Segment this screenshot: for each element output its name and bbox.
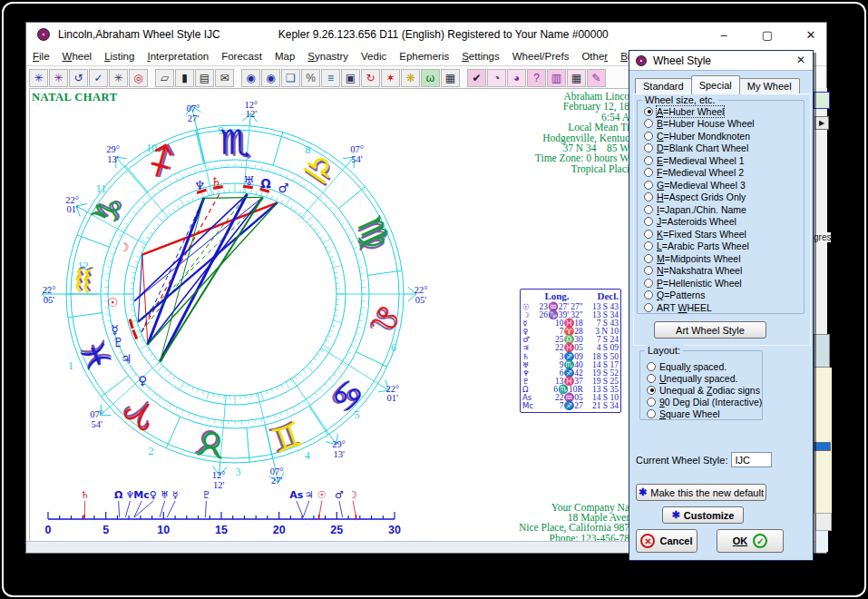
menu-ephemeris[interactable]: Ephemeris <box>393 51 455 62</box>
radio-icon <box>647 362 656 371</box>
customize-button[interactable]: ✱Customize <box>662 506 744 524</box>
positions-table: Long.Decl.☉23♒27' 27"13 S 43☽26♑39' 32"1… <box>520 289 621 413</box>
background-green-box <box>814 92 830 109</box>
svg-text:☽: ☽ <box>119 240 130 254</box>
mail-icon[interactable]: ✉ <box>215 69 234 87</box>
make-default-button[interactable]: ✱Make this the new default <box>636 484 766 501</box>
crosshair-icon[interactable]: ◎ <box>129 69 148 87</box>
wheel-doc2-icon[interactable]: ◉ <box>261 69 280 87</box>
tab-special[interactable]: Special <box>691 75 740 94</box>
radio-icon <box>644 107 653 116</box>
new-chart-icon[interactable]: ▱ <box>155 69 174 87</box>
copies-icon[interactable]: ▣ <box>341 69 360 87</box>
menu-synastry[interactable]: Synastry <box>301 51 355 62</box>
menu-wheelprefs[interactable]: Wheel/Prefs <box>506 51 576 62</box>
wheel-option-m[interactable]: M=Midpoints Wheel <box>644 252 741 264</box>
layout-option-90-deg-dial-interactive-[interactable]: 90 Deg Dial (Interactive) <box>647 397 762 408</box>
layout-option-equally-spaced-[interactable]: Equally spaced. <box>647 360 727 372</box>
print-icon[interactable]: ▤ <box>195 69 214 87</box>
grid-ball-icon[interactable]: ❋ <box>401 69 420 87</box>
menu-map[interactable]: Map <box>268 51 301 62</box>
wheel-option-j[interactable]: J=Asteroids Wheel <box>644 216 736 228</box>
screen: Lincoln,Abraham Wheel Style IJC Kepler 9… <box>0 0 868 599</box>
wheel-option-b[interactable]: B=Huber House Wheel <box>644 118 755 130</box>
table-icon[interactable]: ▥ <box>547 69 566 87</box>
search-person-icon[interactable]: ✎ <box>587 69 606 87</box>
close-button[interactable]: ✕ <box>801 28 821 42</box>
biwheel-icon[interactable]: ✳ <box>49 69 68 87</box>
menu-forecast[interactable]: Forecast <box>215 51 268 62</box>
dialog-close-icon[interactable]: ✕ <box>796 54 805 66</box>
natal-wheel-icon[interactable]: ✳ <box>29 69 48 87</box>
aspect-lines-icon[interactable]: ✶ <box>381 69 400 87</box>
cancel-button[interactable]: ✕Cancel <box>636 529 697 553</box>
wheel-option-i[interactable]: I=Japan./Chin. Name <box>644 203 746 215</box>
menu-settings[interactable]: Settings <box>455 51 506 62</box>
svg-text:☉: ☉ <box>317 489 327 501</box>
radio-label: K=Fixed Stars Wheel <box>657 229 746 240</box>
calendar2-icon[interactable]: ▦ <box>567 69 586 87</box>
notes-icon[interactable]: ? <box>527 69 546 87</box>
layout-option-unequal-zodiac-signs[interactable]: Unequal & Zodiac signs <box>647 384 760 396</box>
layout-option-square-wheel[interactable]: Square Wheel <box>647 408 720 420</box>
minimize-button[interactable]: – <box>714 28 734 42</box>
om-icon[interactable]: ω <box>421 69 440 87</box>
check-icon[interactable]: ✔ <box>467 69 486 87</box>
maximize-button[interactable]: ▢ <box>757 28 777 42</box>
clocks-icon[interactable]: ◕ <box>507 69 526 87</box>
wheel-option-f[interactable]: F=Medieval Wheel 2 <box>644 167 744 179</box>
art-wheel-style-button[interactable]: Art Wheel Style <box>654 321 766 339</box>
radio-icon <box>647 409 656 418</box>
pages-icon[interactable]: ❏ <box>281 69 300 87</box>
wheel-option-c[interactable]: C=Huber Mondknoten <box>644 130 750 142</box>
wheel-size-group-label: Wheel size, etc. <box>642 94 718 105</box>
wheel-option-art-wheel[interactable]: ART WHEEL <box>644 301 712 313</box>
svg-text:♂: ♂ <box>278 181 288 195</box>
svg-text:22°05': 22°05' <box>414 285 428 305</box>
ok-button[interactable]: OK✓ <box>717 529 784 553</box>
svg-text:07°54': 07°54' <box>90 409 103 429</box>
wheel-option-g[interactable]: G=Medieval Wheel 3 <box>644 179 746 191</box>
wheel-select-icon[interactable]: ✓ <box>89 69 108 87</box>
wheel-option-q[interactable]: Q=Patterns <box>644 290 705 301</box>
company-info-line: Nice Place, California 987 <box>357 523 629 533</box>
svg-text:07°27': 07°27' <box>270 466 284 486</box>
rotate-red-icon[interactable]: ↻ <box>361 69 380 87</box>
wheel-option-k[interactable]: K=Fixed Stars Wheel <box>644 228 746 240</box>
tab-standard[interactable]: Standard <box>635 78 692 94</box>
wheel-option-p[interactable]: P=Hellenistic Wheel <box>644 277 742 289</box>
radio-label: N=Nakshatra Wheel <box>657 265 742 276</box>
svg-text:15: 15 <box>215 524 228 536</box>
clock-icon[interactable]: ◔ <box>487 69 506 87</box>
wheel-option-l[interactable]: L=Arabic Parts Wheel <box>644 241 749 252</box>
menu-listing[interactable]: Listing <box>98 51 141 62</box>
wheel-option-a[interactable]: A=Huber Wheel <box>644 105 724 117</box>
radio-label: Square Wheel <box>659 408 720 419</box>
menu-other[interactable]: Other <box>575 51 614 62</box>
svg-text:☽: ☽ <box>348 489 357 501</box>
wheel-option-n[interactable]: N=Nakshatra Wheel <box>644 265 742 277</box>
menu-interpretation[interactable]: Interpretation <box>141 51 215 62</box>
wheel-option-h[interactable]: H=Aspect Grids Only <box>644 191 746 203</box>
calendar-icon[interactable]: ▦ <box>441 69 460 87</box>
radio-icon <box>644 217 653 226</box>
wheel-option-e[interactable]: E=Medieval Wheel 1 <box>644 154 745 166</box>
listing-icon[interactable]: ≡ <box>321 69 340 87</box>
percent-icon[interactable]: % <box>301 69 320 87</box>
current-wheel-style-input[interactable] <box>731 452 772 467</box>
radio-icon <box>644 181 653 190</box>
menu-vedic[interactable]: Vedic <box>355 51 393 62</box>
menu-wheel[interactable]: Wheel <box>56 51 99 62</box>
background-list-strip <box>814 368 832 513</box>
expand-arrow-button[interactable]: ▶ <box>814 116 829 130</box>
wheel-option-d[interactable]: D=Blank Chart Wheel <box>644 142 748 154</box>
app-wheel-icon <box>37 28 50 41</box>
wheel-shaded-icon[interactable]: ✳ <box>109 69 128 87</box>
tab-my-wheel[interactable]: My Wheel <box>739 78 800 94</box>
save-icon[interactable]: ▮ <box>175 69 194 87</box>
layout-option-unequally-spaced-[interactable]: Unequally spaced. <box>647 372 737 384</box>
wheel-doc-icon[interactable]: ◉ <box>241 69 260 87</box>
wheel-undo-icon[interactable]: ↺ <box>69 69 88 87</box>
menu-file[interactable]: File <box>26 51 56 62</box>
background-blue-box <box>814 334 830 368</box>
